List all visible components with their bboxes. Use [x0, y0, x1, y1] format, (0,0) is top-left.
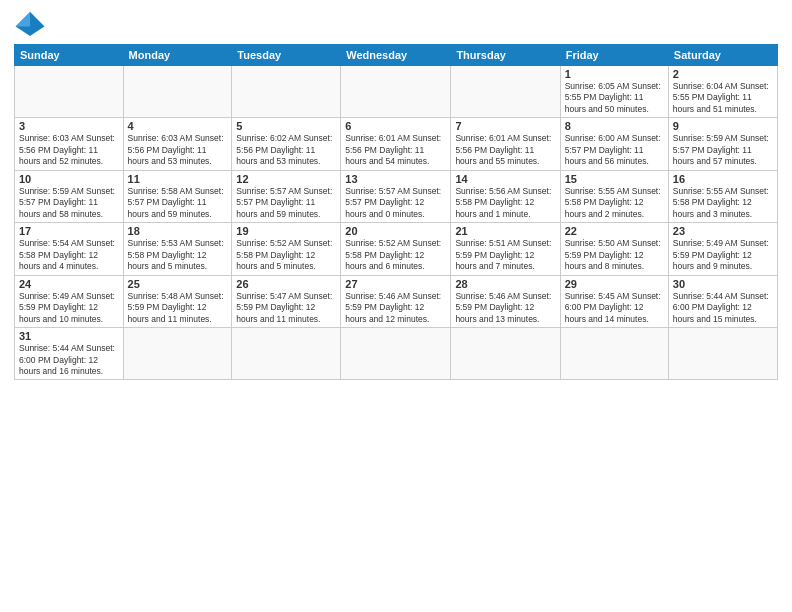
day-info: Sunrise: 5:44 AM Sunset: 6:00 PM Dayligh… — [673, 291, 773, 325]
day-info: Sunrise: 5:48 AM Sunset: 5:59 PM Dayligh… — [128, 291, 228, 325]
day-number: 4 — [128, 120, 228, 132]
calendar-cell: 9Sunrise: 5:59 AM Sunset: 5:57 PM Daylig… — [668, 118, 777, 170]
calendar-cell — [560, 328, 668, 380]
calendar-header-row: SundayMondayTuesdayWednesdayThursdayFrid… — [15, 45, 778, 66]
day-info: Sunrise: 6:00 AM Sunset: 5:57 PM Dayligh… — [565, 133, 664, 167]
day-info: Sunrise: 5:56 AM Sunset: 5:58 PM Dayligh… — [455, 186, 555, 220]
calendar-cell: 15Sunrise: 5:55 AM Sunset: 5:58 PM Dayli… — [560, 170, 668, 222]
calendar-cell — [15, 66, 124, 118]
day-info: Sunrise: 5:54 AM Sunset: 5:58 PM Dayligh… — [19, 238, 119, 272]
day-info: Sunrise: 6:05 AM Sunset: 5:55 PM Dayligh… — [565, 81, 664, 115]
calendar-cell: 18Sunrise: 5:53 AM Sunset: 5:58 PM Dayli… — [123, 223, 232, 275]
svg-marker-1 — [30, 12, 44, 26]
day-info: Sunrise: 6:03 AM Sunset: 5:56 PM Dayligh… — [19, 133, 119, 167]
day-info: Sunrise: 5:53 AM Sunset: 5:58 PM Dayligh… — [128, 238, 228, 272]
calendar-cell: 5Sunrise: 6:02 AM Sunset: 5:56 PM Daylig… — [232, 118, 341, 170]
day-number: 12 — [236, 173, 336, 185]
day-info: Sunrise: 6:01 AM Sunset: 5:56 PM Dayligh… — [345, 133, 446, 167]
day-number: 20 — [345, 225, 446, 237]
calendar-cell: 17Sunrise: 5:54 AM Sunset: 5:58 PM Dayli… — [15, 223, 124, 275]
day-info: Sunrise: 5:44 AM Sunset: 6:00 PM Dayligh… — [19, 343, 119, 377]
calendar-cell — [341, 328, 451, 380]
day-number: 10 — [19, 173, 119, 185]
day-info: Sunrise: 5:57 AM Sunset: 5:57 PM Dayligh… — [236, 186, 336, 220]
calendar-cell — [123, 66, 232, 118]
day-number: 3 — [19, 120, 119, 132]
calendar-cell: 31Sunrise: 5:44 AM Sunset: 6:00 PM Dayli… — [15, 328, 124, 380]
calendar-cell: 4Sunrise: 6:03 AM Sunset: 5:56 PM Daylig… — [123, 118, 232, 170]
calendar-cell — [341, 66, 451, 118]
day-number: 27 — [345, 278, 446, 290]
day-number: 13 — [345, 173, 446, 185]
calendar-header-thursday: Thursday — [451, 45, 560, 66]
calendar-week-4: 17Sunrise: 5:54 AM Sunset: 5:58 PM Dayli… — [15, 223, 778, 275]
calendar-header-monday: Monday — [123, 45, 232, 66]
day-number: 26 — [236, 278, 336, 290]
day-info: Sunrise: 5:59 AM Sunset: 5:57 PM Dayligh… — [19, 186, 119, 220]
day-number: 9 — [673, 120, 773, 132]
day-number: 24 — [19, 278, 119, 290]
day-info: Sunrise: 5:55 AM Sunset: 5:58 PM Dayligh… — [673, 186, 773, 220]
day-number: 1 — [565, 68, 664, 80]
day-info: Sunrise: 5:47 AM Sunset: 5:59 PM Dayligh… — [236, 291, 336, 325]
day-number: 7 — [455, 120, 555, 132]
day-number: 22 — [565, 225, 664, 237]
calendar-cell: 24Sunrise: 5:49 AM Sunset: 5:59 PM Dayli… — [15, 275, 124, 327]
calendar-cell: 8Sunrise: 6:00 AM Sunset: 5:57 PM Daylig… — [560, 118, 668, 170]
calendar-cell: 22Sunrise: 5:50 AM Sunset: 5:59 PM Dayli… — [560, 223, 668, 275]
calendar-week-3: 10Sunrise: 5:59 AM Sunset: 5:57 PM Dayli… — [15, 170, 778, 222]
day-number: 8 — [565, 120, 664, 132]
calendar-cell — [232, 66, 341, 118]
logo — [14, 10, 50, 38]
calendar-cell: 27Sunrise: 5:46 AM Sunset: 5:59 PM Dayli… — [341, 275, 451, 327]
calendar-cell: 20Sunrise: 5:52 AM Sunset: 5:58 PM Dayli… — [341, 223, 451, 275]
calendar-week-1: 1Sunrise: 6:05 AM Sunset: 5:55 PM Daylig… — [15, 66, 778, 118]
calendar-header-tuesday: Tuesday — [232, 45, 341, 66]
day-info: Sunrise: 5:45 AM Sunset: 6:00 PM Dayligh… — [565, 291, 664, 325]
calendar-cell — [232, 328, 341, 380]
calendar-cell: 6Sunrise: 6:01 AM Sunset: 5:56 PM Daylig… — [341, 118, 451, 170]
calendar-cell — [451, 328, 560, 380]
logo-icon — [14, 10, 46, 38]
day-number: 25 — [128, 278, 228, 290]
day-info: Sunrise: 5:51 AM Sunset: 5:59 PM Dayligh… — [455, 238, 555, 272]
calendar-cell: 23Sunrise: 5:49 AM Sunset: 5:59 PM Dayli… — [668, 223, 777, 275]
day-info: Sunrise: 5:57 AM Sunset: 5:57 PM Dayligh… — [345, 186, 446, 220]
calendar-cell: 13Sunrise: 5:57 AM Sunset: 5:57 PM Dayli… — [341, 170, 451, 222]
day-number: 14 — [455, 173, 555, 185]
calendar-cell: 7Sunrise: 6:01 AM Sunset: 5:56 PM Daylig… — [451, 118, 560, 170]
day-number: 2 — [673, 68, 773, 80]
calendar-header-sunday: Sunday — [15, 45, 124, 66]
calendar-week-6: 31Sunrise: 5:44 AM Sunset: 6:00 PM Dayli… — [15, 328, 778, 380]
day-number: 15 — [565, 173, 664, 185]
day-number: 21 — [455, 225, 555, 237]
day-info: Sunrise: 5:46 AM Sunset: 5:59 PM Dayligh… — [455, 291, 555, 325]
calendar-cell: 21Sunrise: 5:51 AM Sunset: 5:59 PM Dayli… — [451, 223, 560, 275]
calendar-cell: 16Sunrise: 5:55 AM Sunset: 5:58 PM Dayli… — [668, 170, 777, 222]
day-number: 6 — [345, 120, 446, 132]
calendar-cell: 11Sunrise: 5:58 AM Sunset: 5:57 PM Dayli… — [123, 170, 232, 222]
calendar-cell: 30Sunrise: 5:44 AM Sunset: 6:00 PM Dayli… — [668, 275, 777, 327]
calendar-cell: 10Sunrise: 5:59 AM Sunset: 5:57 PM Dayli… — [15, 170, 124, 222]
calendar-cell: 12Sunrise: 5:57 AM Sunset: 5:57 PM Dayli… — [232, 170, 341, 222]
day-number: 30 — [673, 278, 773, 290]
day-number: 5 — [236, 120, 336, 132]
header — [14, 10, 778, 38]
day-number: 18 — [128, 225, 228, 237]
calendar-cell — [668, 328, 777, 380]
day-number: 29 — [565, 278, 664, 290]
calendar-week-2: 3Sunrise: 6:03 AM Sunset: 5:56 PM Daylig… — [15, 118, 778, 170]
day-info: Sunrise: 5:55 AM Sunset: 5:58 PM Dayligh… — [565, 186, 664, 220]
day-number: 16 — [673, 173, 773, 185]
day-info: Sunrise: 6:01 AM Sunset: 5:56 PM Dayligh… — [455, 133, 555, 167]
day-number: 23 — [673, 225, 773, 237]
day-info: Sunrise: 5:46 AM Sunset: 5:59 PM Dayligh… — [345, 291, 446, 325]
day-info: Sunrise: 5:59 AM Sunset: 5:57 PM Dayligh… — [673, 133, 773, 167]
day-info: Sunrise: 5:52 AM Sunset: 5:58 PM Dayligh… — [345, 238, 446, 272]
calendar-cell: 1Sunrise: 6:05 AM Sunset: 5:55 PM Daylig… — [560, 66, 668, 118]
day-number: 28 — [455, 278, 555, 290]
calendar-header-friday: Friday — [560, 45, 668, 66]
page: SundayMondayTuesdayWednesdayThursdayFrid… — [0, 0, 792, 612]
day-info: Sunrise: 6:03 AM Sunset: 5:56 PM Dayligh… — [128, 133, 228, 167]
day-number: 11 — [128, 173, 228, 185]
